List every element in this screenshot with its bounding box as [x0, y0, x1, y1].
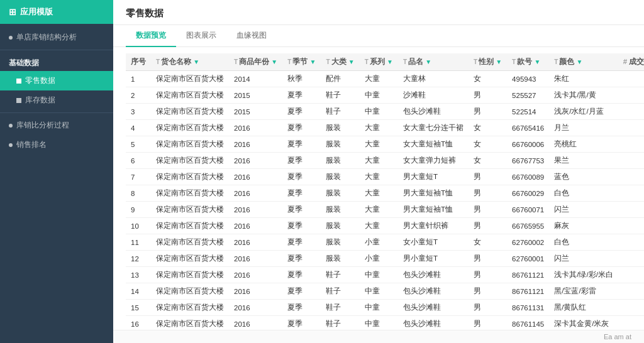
- cell-color: 深卡其金黄/米灰: [549, 316, 618, 330]
- table-row: 10 保定南市区百货大楼 2016 夏季 服装 大童 男大童针织裤 男 6676…: [126, 218, 644, 234]
- cell-series: 中童: [360, 104, 398, 120]
- main-content: 零售数据 数据预览 图表展示 血缘视图 序号 T货仓名称 ▼ T商品年份 ▼ T…: [113, 0, 644, 343]
- cell-year: 2016: [229, 300, 282, 316]
- filter-arrow3: ▼: [310, 58, 316, 65]
- table-row: 6 保定南市区百货大楼 2016 夏季 服装 大童 女大童弹力短裤 女 6676…: [126, 153, 644, 169]
- tab-data-preview[interactable]: 数据预览: [126, 25, 176, 47]
- cell-name: 男大童针织裤: [398, 218, 469, 234]
- cell-seq: 16: [126, 316, 151, 330]
- filter-arrow4: ▼: [348, 58, 355, 65]
- sidebar-title: 应用模版: [20, 6, 53, 18]
- cell-category: 服装: [321, 169, 359, 185]
- cell-year: 2016: [229, 202, 282, 218]
- cell-year: 2016: [229, 169, 282, 185]
- col-header-gender[interactable]: T性别 ▼: [469, 53, 507, 71]
- filter-icon9: T: [554, 58, 558, 65]
- cell-gender: 女: [469, 136, 507, 153]
- cell-seq: 6: [126, 153, 151, 169]
- cell-store: 保定南市区百货大楼: [151, 185, 229, 202]
- cell-color: 朱红: [549, 71, 618, 87]
- tab-chart-display[interactable]: 图表展示: [176, 25, 226, 47]
- col-header-season[interactable]: T季节 ▼: [282, 53, 321, 71]
- col-header-sold[interactable]: # 成交 ▼: [618, 53, 644, 71]
- sidebar-item-label: 零售数据: [25, 75, 55, 86]
- cell-year: 2016: [229, 136, 282, 153]
- filter-icon4: T: [326, 58, 330, 65]
- cell-season: 夏季: [282, 136, 321, 153]
- cell-seq: 8: [126, 185, 151, 202]
- page-title: 零售数据: [113, 0, 644, 25]
- square-icon: [16, 79, 21, 84]
- cell-series: 中童: [360, 316, 398, 330]
- cell-sku: 66767753: [507, 153, 549, 169]
- cell-store: 保定南市区百货大楼: [151, 169, 229, 185]
- cell-sku: 66760029: [507, 185, 549, 202]
- cell-sold: [618, 71, 644, 87]
- filter-icon7: T: [474, 58, 477, 65]
- col-header-name[interactable]: T品名 ▼: [398, 53, 469, 71]
- table-row: 8 保定南市区百货大楼 2016 夏季 服装 大童 男大童短袖T恤 男 6676…: [126, 185, 644, 202]
- col-header-year[interactable]: T商品年份 ▼: [229, 53, 282, 71]
- table-body: 1 保定南市区百货大楼 2014 秋季 配件 大童 大童林 女 495943 朱…: [126, 71, 644, 330]
- col-header-seq: 序号: [126, 53, 151, 71]
- cell-name: 包头沙滩鞋: [398, 267, 469, 283]
- table-row: 1 保定南市区百货大楼 2014 秋季 配件 大童 大童林 女 495943 朱…: [126, 71, 644, 87]
- cell-season: 夏季: [282, 169, 321, 185]
- cell-sku: 62760001: [507, 251, 549, 267]
- sidebar-item-retail-data[interactable]: 零售数据: [0, 71, 113, 90]
- dot-icon3: [9, 143, 13, 147]
- cell-seq: 14: [126, 283, 151, 300]
- table-row: 7 保定南市区百货大楼 2016 夏季 服装 大童 男大童短T 男 667600…: [126, 169, 644, 185]
- tab-lineage-view[interactable]: 血缘视图: [226, 25, 277, 47]
- cell-seq: 11: [126, 234, 151, 251]
- cell-color: 月兰: [549, 120, 618, 136]
- sidebar-item-inventory-analysis[interactable]: 库销比分析过程: [0, 116, 113, 135]
- filter-arrow7: ▼: [496, 58, 502, 65]
- sidebar-item-store-analysis[interactable]: 单店库销结构分析: [0, 28, 113, 47]
- cell-sold: [618, 104, 644, 120]
- col-header-color[interactable]: T颜色 ▼: [549, 53, 618, 71]
- sidebar-item-basic-data: 基础数据: [0, 53, 113, 71]
- cell-category: 服装: [321, 136, 359, 153]
- cell-name: 女大童弹力短裤: [398, 153, 469, 169]
- cell-seq: 15: [126, 300, 151, 316]
- cell-name: 男大童短T: [398, 169, 469, 185]
- cell-gender: 女: [469, 120, 507, 136]
- dot-icon: [9, 36, 13, 40]
- cell-name: 大童林: [398, 71, 469, 87]
- cell-series: 大童: [360, 202, 398, 218]
- table-row: 4 保定南市区百货大楼 2016 夏季 服装 大童 女大童七分连干裙 女 667…: [126, 120, 644, 136]
- cell-series: 小童: [360, 234, 398, 251]
- table-row: 3 保定南市区百货大楼 2015 夏季 鞋子 中童 包头沙滩鞋 男 522514…: [126, 104, 644, 120]
- sidebar-item-sales-rank[interactable]: 销售排名: [0, 135, 113, 155]
- cell-season: 夏季: [282, 153, 321, 169]
- cell-sku: 66760006: [507, 136, 549, 153]
- cell-sku: 86761121: [507, 283, 549, 300]
- cell-gender: 男: [469, 267, 507, 283]
- cell-sold: [618, 169, 644, 185]
- sidebar-item-inventory-data[interactable]: 库存数据: [0, 90, 113, 110]
- cell-color: 闪兰: [549, 202, 618, 218]
- cell-sold: [618, 136, 644, 153]
- cell-series: 小童: [360, 251, 398, 267]
- cell-season: 夏季: [282, 283, 321, 300]
- cell-sku: 522514: [507, 104, 549, 120]
- cell-sold: [618, 251, 644, 267]
- cell-seq: 10: [126, 218, 151, 234]
- cell-series: 大童: [360, 185, 398, 202]
- col-header-store[interactable]: T货仓名称 ▼: [151, 53, 229, 71]
- col-header-category[interactable]: T大类 ▼: [321, 53, 359, 71]
- col-header-series[interactable]: T系列 ▼: [360, 53, 398, 71]
- cell-name: 男大童短袖T恤: [398, 185, 469, 202]
- cell-category: 服装: [321, 120, 359, 136]
- filter-arrow9: ▼: [577, 58, 583, 65]
- cell-store: 保定南市区百货大楼: [151, 104, 229, 120]
- cell-year: 2015: [229, 104, 282, 120]
- cell-store: 保定南市区百货大楼: [151, 120, 229, 136]
- cell-seq: 7: [126, 169, 151, 185]
- sidebar-divider: [0, 50, 113, 50]
- col-header-sku[interactable]: T款号 ▼: [507, 53, 549, 71]
- cell-name: 女大童短袖T恤: [398, 136, 469, 153]
- cell-sku: 66765416: [507, 120, 549, 136]
- cell-gender: 男: [469, 316, 507, 330]
